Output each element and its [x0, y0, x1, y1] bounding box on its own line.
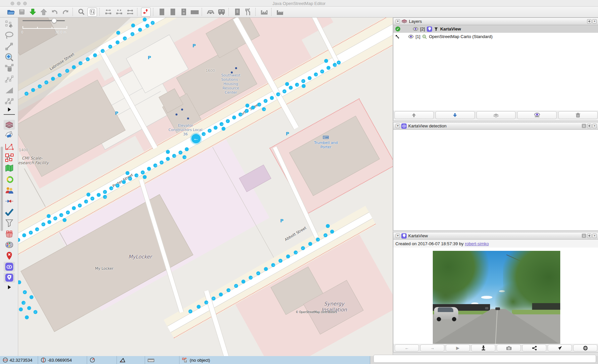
kartaview-point[interactable]: [245, 104, 249, 108]
preset-wall-icon[interactable]: [190, 8, 199, 17]
kartaview-point[interactable]: →: [103, 195, 107, 199]
kartaview-point[interactable]: →: [33, 310, 37, 314]
unglue-tool-button[interactable]: [4, 74, 15, 84]
conflicts-dialog-button[interactable]: [4, 196, 15, 206]
kartaview-point[interactable]: →: [212, 296, 216, 300]
kartaview-point[interactable]: [72, 206, 76, 210]
kartaview-point[interactable]: →: [86, 57, 90, 61]
kartaview-point[interactable]: →: [188, 309, 192, 313]
kartaview-point[interactable]: [166, 157, 170, 161]
kartaview-point[interactable]: [19, 307, 23, 311]
kartaview-point[interactable]: →: [41, 222, 45, 226]
kartaview-point[interactable]: [18, 280, 21, 284]
parallel-tool-button[interactable]: [4, 96, 15, 106]
layers-dialog-button[interactable]: [4, 120, 15, 130]
preset-castle-icon[interactable]: [259, 8, 269, 17]
kartaview-point[interactable]: [63, 218, 67, 222]
kartaview-point[interactable]: →: [101, 49, 105, 53]
kartaview-point[interactable]: →: [208, 129, 212, 133]
kartaview-point[interactable]: →: [264, 99, 268, 103]
more-tools-arrow-button[interactable]: [4, 105, 15, 115]
kartaview-point[interactable]: →: [141, 170, 145, 174]
kartaview-point[interactable]: [22, 233, 26, 237]
search-button[interactable]: [76, 8, 86, 17]
kartaview-point[interactable]: [264, 267, 268, 271]
kartaview-point[interactable]: →: [59, 213, 63, 217]
kartaview-point[interactable]: →: [337, 61, 341, 65]
kartaview-point[interactable]: →: [145, 24, 149, 28]
kartaview-detection-dialog-button[interactable]: [4, 262, 15, 272]
kartaview-point[interactable]: [166, 150, 170, 154]
kartaview-point[interactable]: →: [276, 92, 280, 96]
kartaview-point[interactable]: →: [220, 122, 224, 126]
kartaview-point[interactable]: →: [65, 69, 69, 73]
authors-dialog-button[interactable]: [4, 185, 15, 195]
preset-door-2-icon[interactable]: [168, 8, 177, 17]
zoom-tool-button[interactable]: [4, 52, 15, 62]
move-layer-up-button[interactable]: [394, 111, 434, 119]
open-button[interactable]: [6, 8, 16, 17]
street-photo[interactable]: [433, 251, 560, 344]
redo-button[interactable]: [61, 8, 70, 17]
layer-row-osm-carto[interactable]: [1] OpenStreetMap Carto (Standard): [393, 33, 598, 40]
preset-factory-icon[interactable]: [275, 8, 285, 17]
kartaview-point[interactable]: [302, 84, 306, 88]
kartaview-point[interactable]: [324, 59, 328, 63]
turn-restriction-icon[interactable]: [141, 8, 151, 17]
kartaview-point[interactable]: [241, 280, 245, 284]
angle-tool-button[interactable]: [4, 85, 15, 95]
kartaview-point[interactable]: →: [116, 184, 120, 188]
detach-icon[interactable]: [582, 124, 586, 128]
undo-button[interactable]: [50, 8, 59, 17]
kartaview-point[interactable]: [51, 77, 55, 81]
kartaview-point[interactable]: →: [202, 132, 206, 136]
kartaview-point[interactable]: [289, 86, 293, 90]
preset-door-3-icon[interactable]: [179, 8, 188, 17]
map-node[interactable]: [231, 71, 233, 73]
camera-button[interactable]: [497, 344, 521, 351]
kartaview-point[interactable]: [97, 193, 101, 197]
kartaview-point[interactable]: →: [333, 63, 337, 67]
spread-ways-icon[interactable]: [103, 8, 113, 17]
sticky-icon[interactable]: [587, 234, 591, 238]
kartaview-point[interactable]: [125, 171, 129, 175]
kartaview-point[interactable]: [47, 220, 51, 224]
kartaview-point[interactable]: →: [134, 173, 138, 177]
close-icon[interactable]: ✕: [592, 124, 597, 128]
kartaview-point[interactable]: →: [282, 89, 286, 93]
move-layer-down-button[interactable]: [435, 111, 475, 119]
map-node[interactable]: [187, 117, 189, 119]
kartaview-point[interactable]: →: [262, 107, 266, 111]
kartaview-point[interactable]: →: [238, 113, 242, 116]
kartaview-point[interactable]: →: [44, 80, 48, 84]
kartaview-point[interactable]: →: [295, 83, 299, 87]
delete-layer-button[interactable]: [558, 111, 598, 119]
help-text-field[interactable]: [374, 355, 596, 363]
layer-visible-icon[interactable]: [408, 35, 414, 38]
upload-button[interactable]: [39, 8, 48, 17]
layer-visible-icon[interactable]: [413, 27, 418, 31]
previous-image-button[interactable]: ←: [395, 344, 419, 351]
layer-visibility-button[interactable]: [517, 111, 557, 119]
command-stack-dialog-button[interactable]: [4, 174, 15, 184]
kartaview-point[interactable]: [116, 40, 120, 44]
share-button[interactable]: [522, 344, 546, 351]
kartaview-point[interactable]: →: [53, 216, 57, 220]
map-canvas[interactable]: Labrosse Street1600Southwest Solutions -…: [18, 18, 393, 356]
kartaview-point[interactable]: →: [128, 177, 132, 181]
kartaview-point[interactable]: [232, 115, 236, 119]
kartaview-point[interactable]: →: [153, 163, 157, 167]
kartaview-point[interactable]: [31, 88, 35, 92]
move-tool-button[interactable]: [4, 20, 15, 29]
kartaview-point[interactable]: →: [226, 119, 230, 123]
tags-dialog-button[interactable]: [4, 131, 15, 141]
kartaview-point[interactable]: [185, 147, 189, 151]
kartaview-point[interactable]: →: [324, 233, 327, 237]
kartaview-point[interactable]: [72, 65, 76, 69]
kartaview-point[interactable]: →: [271, 263, 275, 267]
kartaview-point[interactable]: [27, 306, 31, 310]
selection-dialog-button[interactable]: [4, 142, 15, 152]
mappaint-dialog-button[interactable]: [4, 240, 15, 250]
kartaview-point[interactable]: [93, 53, 97, 57]
delete-tool-button[interactable]: [4, 63, 15, 73]
